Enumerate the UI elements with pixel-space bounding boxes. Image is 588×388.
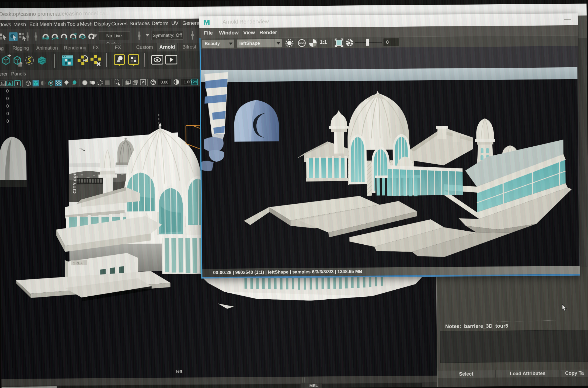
snap-curve-icon[interactable] (50, 32, 59, 41)
arv-menu-file[interactable]: File (204, 30, 213, 36)
vp-layer2-icon[interactable] (132, 79, 139, 86)
alpha-pie-icon[interactable] (308, 38, 318, 48)
exposure-value-field[interactable]: 0 (383, 38, 399, 46)
vp-multisample-icon[interactable] (97, 79, 103, 86)
vp-ao-icon[interactable] (82, 79, 88, 86)
vp-lights-icon[interactable] (63, 80, 70, 86)
menu-surfaces[interactable]: Surfaces (130, 20, 150, 27)
menu-mesh-tools[interactable]: Mesh Tools (53, 21, 79, 27)
vp-separator (112, 79, 112, 86)
camera-dropdown[interactable]: leftShape (237, 39, 282, 47)
vp-isolate-icon[interactable] (114, 79, 121, 86)
paint-select-tool-icon[interactable] (19, 32, 27, 41)
vp-checker-icon[interactable] (55, 80, 62, 86)
vp-image-icon[interactable] (0, 80, 6, 86)
toolbar-separator-handle (35, 32, 36, 41)
shelf-tab-animation[interactable]: Animation (34, 44, 61, 53)
sequence-play-icon[interactable] (165, 53, 177, 66)
viewport-camera-label: left (176, 369, 182, 373)
curve-collector-icon[interactable] (23, 54, 36, 67)
shelf-tab-rigging[interactable]: Rigging (9, 44, 33, 53)
shelf-tab-fx[interactable]: FX (89, 44, 103, 52)
render-window-icon[interactable] (61, 54, 74, 67)
vp-shadows-icon[interactable] (71, 79, 77, 86)
shelf-tab-fx-caching[interactable]: FX Caching (103, 43, 133, 52)
symmetry-field[interactable]: Symmetry: Off (151, 31, 183, 40)
arnold-render-view-window: Arnold RenderView File Window View Rende… (199, 13, 580, 279)
rendered-image[interactable] (200, 67, 579, 269)
select-tool-icon[interactable] (0, 32, 8, 41)
symmetry-caret-icon[interactable] (145, 34, 149, 36)
panel-menu-renderer[interactable]: erer (0, 71, 8, 77)
vp-aperture-icon[interactable] (150, 79, 156, 85)
snap-projected-center-icon[interactable] (69, 32, 77, 40)
arv-menu-window[interactable]: Window (219, 30, 239, 36)
shelf-tab-custom[interactable]: Custom (133, 43, 156, 52)
snap-plane-icon[interactable] (78, 32, 86, 40)
shelf-tab-arnold[interactable]: Arnold (157, 43, 177, 51)
minimize-icon[interactable] (564, 19, 571, 20)
vp-expand-icon[interactable] (140, 79, 146, 85)
exposure-slider-handle[interactable] (366, 39, 369, 46)
stop-render-icon[interactable] (89, 54, 102, 67)
snap-options-caret-icon[interactable] (93, 34, 97, 37)
command-input-field[interactable] (322, 383, 422, 388)
aperture-icon[interactable] (345, 38, 354, 47)
menu-uv[interactable]: UV (171, 20, 179, 26)
snapshot-icon[interactable] (284, 38, 294, 48)
vp-layer1-icon[interactable] (125, 79, 131, 86)
vp-colormanagement-toggle[interactable]: ON (192, 79, 198, 85)
menu-mesh[interactable]: Mesh (13, 22, 26, 27)
arv-menu-render[interactable]: Render (259, 29, 277, 36)
vp-camera-icon[interactable] (6, 80, 13, 86)
menu-edit-mesh[interactable]: Edit Mesh (29, 21, 52, 27)
lasso-tool-icon[interactable] (9, 32, 18, 41)
ipr-eye-icon[interactable] (151, 53, 163, 66)
snap-grid-icon[interactable] (41, 32, 50, 41)
vp-textured-sphere-icon[interactable] (40, 80, 47, 86)
aov-dropdown[interactable]: Beauty (202, 40, 234, 48)
camera-dropdown-value: leftShape (237, 39, 274, 48)
vp-gamma-icon[interactable] (173, 79, 180, 85)
svg-text:GREA: GREA (73, 261, 83, 265)
live-surface-field[interactable]: No Live Surface (98, 31, 130, 40)
shelf-tab-bifrost[interactable]: Bifrost (178, 43, 201, 51)
menu-curves[interactable]: Curves (111, 21, 127, 27)
render-selected-icon[interactable] (113, 54, 126, 67)
create-standin-icon[interactable] (0, 54, 12, 67)
vp-textured-icon[interactable] (48, 80, 54, 86)
update-render-icon[interactable] (76, 54, 89, 67)
load-attributes-button[interactable]: Load Attributes (496, 370, 560, 377)
vp-depthpeel-icon[interactable] (104, 79, 111, 86)
shelf-separator (106, 53, 107, 67)
render-region-icon[interactable] (127, 53, 140, 66)
mel-label[interactable]: MEL (309, 383, 318, 388)
arv-menu-view[interactable]: View (243, 30, 255, 36)
notes-textarea[interactable] (440, 330, 588, 363)
vp-motionblur-icon[interactable] (89, 79, 96, 86)
panel-menu-panels[interactable]: Panels (11, 71, 26, 77)
crop-region-icon[interactable] (334, 38, 344, 48)
shelf-tab-sculpting[interactable]: ng (0, 44, 5, 53)
vp-text-icon[interactable]: T (14, 80, 21, 86)
menu-mesh-display[interactable]: Mesh Display (80, 21, 111, 27)
maya-logo-icon (203, 19, 210, 26)
zoom-ratio-label[interactable]: 1:1 (320, 39, 327, 45)
vp-shaded-icon[interactable] (33, 80, 39, 86)
menu-windows[interactable]: dows (0, 22, 11, 27)
menu-deform[interactable]: Deform (152, 20, 168, 26)
snap-point-icon[interactable] (60, 32, 68, 41)
export-standin-icon[interactable] (11, 54, 24, 67)
select-button[interactable]: Select (437, 370, 496, 378)
command-line-left-box[interactable] (2, 386, 57, 388)
vp-exposure-field[interactable]: 0.00 (158, 79, 171, 85)
toolbar-separator-handle (27, 32, 28, 41)
rgb-channels-icon[interactable]: RGB (297, 39, 306, 48)
svg-text:T: T (16, 81, 19, 86)
copy-tab-button[interactable]: Copy Ta (560, 369, 588, 377)
volume-icon[interactable] (36, 54, 48, 67)
aov-dropdown-value: Beauty (202, 40, 227, 48)
vp-wireframe-icon[interactable] (25, 80, 32, 86)
viewport-model-fragment (201, 275, 436, 312)
shelf-tab-rendering[interactable]: Rendering (61, 44, 88, 52)
